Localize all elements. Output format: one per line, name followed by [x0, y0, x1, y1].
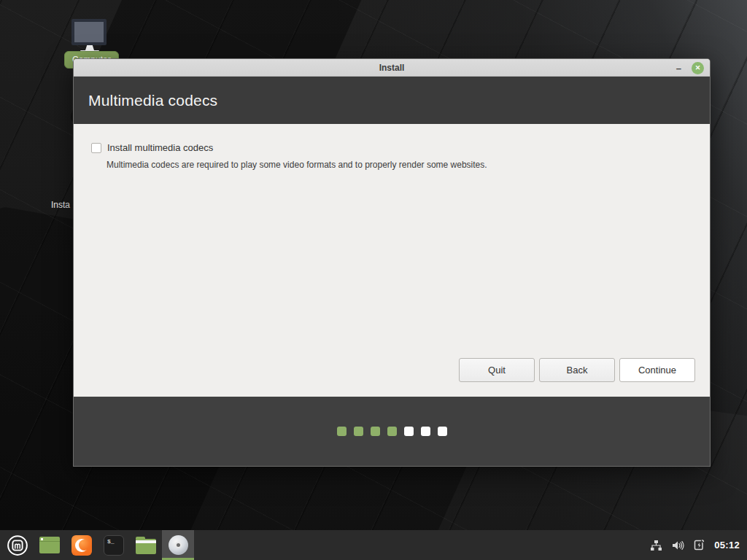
monitor-stand [85, 45, 94, 50]
desktop-window-icon [39, 537, 60, 553]
computer-desktop-icon[interactable] [71, 19, 108, 53]
window-title: Install [379, 63, 405, 73]
install-desktop-icon-label[interactable]: Insta [51, 200, 70, 210]
progress-dot [337, 427, 347, 436]
installer-window: Install – ✕ Multimedia codecs Install mu… [73, 58, 711, 467]
minimize-button[interactable]: – [676, 63, 681, 73]
monitor-icon [71, 19, 107, 45]
quit-button[interactable]: Quit [459, 358, 535, 382]
back-button[interactable]: Back [539, 358, 615, 382]
show-desktop-button[interactable] [34, 530, 66, 560]
close-icon: ✕ [695, 65, 701, 71]
progress-dot [371, 427, 380, 436]
progress-dot [354, 427, 363, 436]
network-icon[interactable] [650, 540, 662, 551]
disc-icon [169, 535, 188, 555]
firefox-launcher[interactable] [66, 530, 98, 560]
mint-logo-icon [7, 534, 28, 556]
progress-dot [438, 427, 447, 436]
taskbar-apps: $_ [0, 530, 194, 560]
installer-taskbar-item[interactable] [162, 530, 194, 560]
wizard-step-header: Multimedia codecs [74, 77, 710, 124]
close-button[interactable]: ✕ [692, 62, 704, 74]
terminal-launcher[interactable]: $_ [98, 530, 130, 560]
clock[interactable]: 05:12 [714, 540, 740, 551]
system-tray: 05:12 [650, 539, 747, 551]
terminal-icon: $_ [104, 535, 124, 556]
volume-icon[interactable] [672, 540, 684, 551]
page-title: Multimedia codecs [88, 92, 217, 109]
install-codecs-checkbox[interactable] [91, 143, 101, 153]
wizard-footer [74, 397, 710, 466]
firefox-icon [71, 535, 92, 556]
window-controls: – ✕ [676, 59, 704, 77]
progress-dot [387, 427, 397, 436]
install-codecs-label: Install multimedia codecs [107, 142, 213, 153]
progress-dot [404, 427, 414, 436]
window-titlebar[interactable]: Install – ✕ [74, 59, 710, 77]
wizard-buttons: Quit Back Continue [74, 358, 710, 397]
mint-menu-button[interactable] [1, 530, 34, 560]
codecs-description: Multimedia codecs are required to play s… [107, 160, 710, 170]
progress-dot [421, 427, 430, 436]
progress-dots [337, 427, 447, 436]
continue-button[interactable]: Continue [619, 358, 695, 382]
wizard-content: Install multimedia codecs Multimedia cod… [74, 124, 710, 397]
taskbar: $_ [0, 530, 747, 560]
folder-icon [136, 539, 156, 554]
power-icon[interactable] [694, 539, 705, 551]
codecs-option-row: Install multimedia codecs [91, 142, 710, 153]
file-manager-launcher[interactable] [130, 530, 162, 560]
